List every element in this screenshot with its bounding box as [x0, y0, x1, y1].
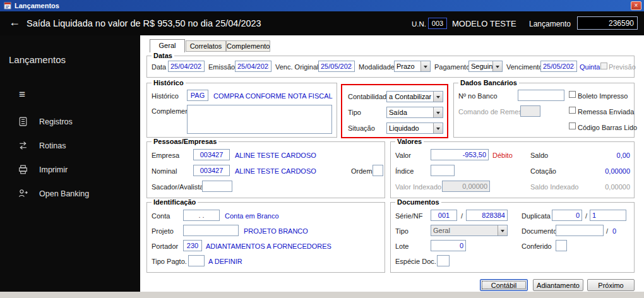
- empresa-name: ALINE TESTE CARDOSO: [235, 152, 316, 159]
- documento-label: Documento: [522, 227, 557, 235]
- tipo-select[interactable]: Saída: [386, 107, 443, 118]
- saldo-label: Saldo: [530, 152, 548, 159]
- sidebar-item-label: Imprimir: [39, 165, 68, 174]
- nominal-code-input[interactable]: [193, 165, 230, 176]
- venc-original-input[interactable]: [318, 61, 355, 72]
- projeto-input[interactable]: [183, 225, 239, 236]
- doc-tipo-label: Tipo: [395, 227, 408, 235]
- tab-correlatos[interactable]: Correlatos: [186, 40, 226, 52]
- doc-tipo-select: Geral: [431, 225, 508, 236]
- comando-remessa-label: Comando de Remessa: [458, 108, 530, 116]
- contabilidade-select[interactable]: a Contabilizar: [386, 91, 443, 102]
- indice-input[interactable]: [431, 165, 455, 176]
- situacao-select[interactable]: Liquidado: [386, 122, 443, 134]
- historico-description: COMPRA CONFORME NOTA FISCAL: [213, 92, 333, 100]
- app-icon: [4, 2, 11, 9]
- documento-input[interactable]: [556, 225, 604, 236]
- group-title-historico: Histórico: [152, 79, 186, 86]
- especie-doc-label: Espécie Doc.: [395, 258, 436, 265]
- contabil-button[interactable]: Contábil: [480, 279, 528, 291]
- boleto-impresso-label: Boleto Impresso: [578, 92, 628, 100]
- ordem-input[interactable]: [373, 165, 383, 176]
- conferido-input[interactable]: [556, 240, 567, 251]
- saldo-value: 0,00: [567, 152, 630, 159]
- situacao-value: Liquidado: [389, 124, 419, 132]
- modalidade-label: Modalidade: [359, 63, 395, 71]
- close-icon[interactable]: ×: [631, 1, 641, 10]
- modalidade-select[interactable]: Prazo: [394, 61, 431, 72]
- previsao-label: Previsão: [609, 63, 636, 71]
- sidebar-item-label: Open Banking: [39, 189, 89, 198]
- window-title: Lançamentos: [15, 2, 59, 9]
- sacador-input[interactable]: [202, 181, 232, 192]
- chevron-down-icon[interactable]: [433, 123, 443, 133]
- chevron-down-icon[interactable]: [433, 92, 443, 102]
- tipo-label: Tipo: [348, 109, 361, 116]
- valor-label: Valor: [395, 152, 411, 159]
- num-banco-input[interactable]: [518, 90, 564, 101]
- venc-original-label: Venc. Original: [275, 63, 318, 71]
- sidebar-item-label: Rotinas: [39, 141, 66, 150]
- contabilidade-label: Contabilidade: [348, 93, 390, 100]
- codigo-barras-checkbox[interactable]: [569, 122, 576, 129]
- empresa-code-input[interactable]: [193, 149, 230, 160]
- data-input[interactable]: [168, 61, 205, 72]
- tipo-pagto-input[interactable]: [188, 255, 205, 266]
- adiantamento-button[interactable]: Adiantamento: [533, 279, 583, 291]
- duplicata-label: Duplicata: [522, 212, 551, 220]
- saldo-indexado-value: 0,00000: [567, 183, 630, 191]
- group-title-documentos: Documentos: [395, 198, 441, 206]
- duplicata-input[interactable]: [552, 210, 582, 221]
- portador-label: Portador: [152, 242, 178, 250]
- sidebar-item-imprimir[interactable]: Imprimir: [0, 163, 140, 178]
- window-titlebar: Lançamentos ×: [0, 0, 644, 11]
- historico-code-input[interactable]: [187, 90, 208, 101]
- conta-input[interactable]: [183, 210, 220, 221]
- proximo-button[interactable]: Próximo: [587, 279, 635, 291]
- sidebar-item-rotinas[interactable]: Rotinas: [0, 139, 140, 154]
- chevron-down-icon[interactable]: [433, 107, 443, 117]
- complemento-textarea[interactable]: [187, 105, 332, 134]
- group-title-identificacao: Identificação: [152, 198, 198, 206]
- lancamento-number-input[interactable]: [577, 16, 638, 30]
- nominal-label: Nominal: [152, 167, 177, 175]
- tab-geral[interactable]: Geral: [150, 39, 185, 52]
- sidebar-item-open-banking[interactable]: Open Banking: [0, 187, 140, 202]
- especie-doc-input[interactable]: [437, 255, 450, 266]
- chevron-down-icon[interactable]: [492, 61, 502, 71]
- un-label: U.N.: [412, 20, 426, 28]
- un-input[interactable]: [428, 18, 447, 29]
- emissao-input[interactable]: [235, 61, 271, 72]
- remessa-enviada-checkbox[interactable]: [569, 107, 576, 114]
- slash-separator: /: [461, 212, 463, 220]
- conta-description: Conta em Branco: [225, 212, 279, 220]
- documento-seq-value: 0: [612, 227, 616, 235]
- back-arrow-icon[interactable]: ←: [9, 16, 20, 29]
- group-title-dados-bancarios: Dados Bancários: [458, 79, 519, 86]
- group-title-valores: Valores: [395, 138, 424, 145]
- pagamento-select[interactable]: Seguinte: [468, 61, 503, 72]
- nf-input[interactable]: [466, 210, 508, 221]
- nominal-name: ALINE TESTE CARDOSO: [235, 167, 316, 175]
- sidebar-item-label: Registros: [39, 117, 73, 126]
- serie-input[interactable]: [431, 210, 457, 221]
- cotacao-value: 0,00000: [567, 167, 630, 175]
- debito-tag: Débito: [492, 152, 513, 159]
- duplicata-parcela-input[interactable]: [590, 210, 626, 221]
- boleto-impresso-checkbox[interactable]: [569, 91, 576, 98]
- chevron-down-icon[interactable]: [420, 61, 430, 71]
- doc-tipo-value: Geral: [433, 227, 450, 234]
- remessa-enviada-label: Remessa Enviada: [578, 108, 634, 116]
- emissao-label: Emissão: [208, 63, 235, 71]
- menu-icon[interactable]: ≡: [19, 88, 25, 101]
- historico-label: Histórico: [152, 92, 179, 100]
- sacador-label: Sacador/Avalista: [152, 183, 203, 191]
- weekday-text: Quinta: [580, 63, 600, 71]
- vencimento-input[interactable]: [540, 61, 577, 72]
- tab-complemento[interactable]: Complemento: [226, 40, 270, 52]
- portador-input[interactable]: [183, 240, 202, 251]
- valor-input[interactable]: [431, 149, 489, 160]
- lote-input[interactable]: [431, 240, 466, 251]
- app-window: Lançamentos × ← Saída Liquidada no valor…: [0, 0, 644, 298]
- sidebar-item-registros[interactable]: Registros: [0, 115, 140, 130]
